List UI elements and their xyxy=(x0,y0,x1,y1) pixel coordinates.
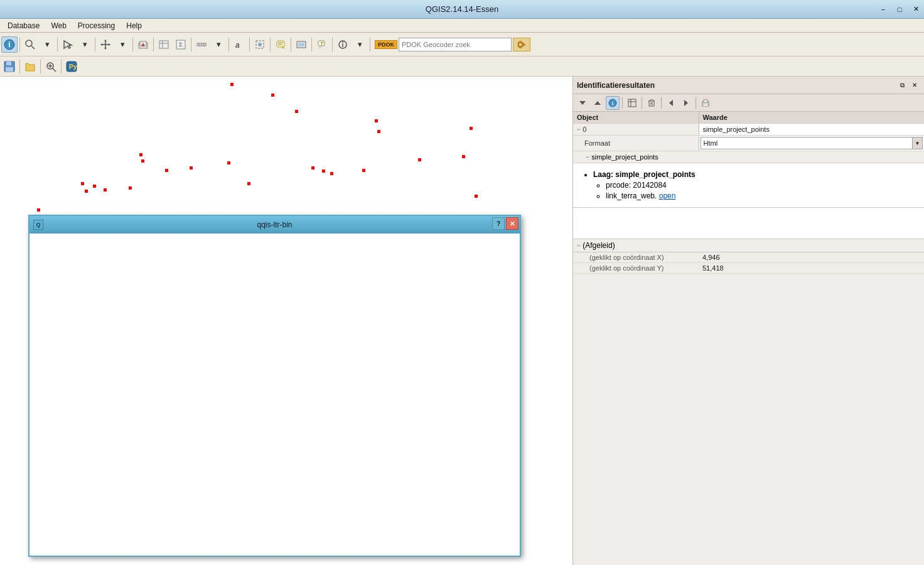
python-button[interactable]: Py xyxy=(63,58,80,75)
svg-rect-38 xyxy=(6,67,13,72)
prcode-value: 20142084 xyxy=(633,181,666,190)
svg-marker-46 xyxy=(594,101,601,105)
tips-button[interactable] xyxy=(272,36,289,53)
svg-point-22 xyxy=(258,43,262,46)
back-button[interactable] xyxy=(664,96,678,110)
forward-button[interactable] xyxy=(679,96,693,110)
html-link-item: link_terra_web. open xyxy=(606,191,916,200)
search-button[interactable] xyxy=(22,36,38,53)
collapse-tree-button[interactable] xyxy=(591,96,604,110)
float-dialog-help-button[interactable]: ? xyxy=(492,217,505,230)
panel-toolbar: i xyxy=(573,94,924,112)
attribute-table-button[interactable] xyxy=(156,36,172,53)
svg-marker-5 xyxy=(104,48,107,50)
float-dialog-app-icon: Q xyxy=(33,220,43,230)
map-point xyxy=(295,110,298,113)
derived-section: − (Afgeleid) (geklikt op coördinaat X) 4… xyxy=(573,239,924,274)
pdok-search-button[interactable] xyxy=(513,38,530,51)
zoom-full-button[interactable] xyxy=(43,58,59,75)
map-point xyxy=(375,119,378,122)
form-view-button[interactable] xyxy=(625,96,639,110)
panel-float-button[interactable]: ⧉ xyxy=(896,80,908,91)
layer-name-label: simple_project_points xyxy=(591,153,658,161)
app-title: QGIS2.14.14-Essen xyxy=(426,4,498,14)
pdok-search-input[interactable] xyxy=(399,38,512,51)
sep6 xyxy=(191,38,191,51)
maximize-button[interactable]: □ xyxy=(891,0,908,19)
panel-close-button[interactable]: ✕ xyxy=(909,80,920,91)
html-title: Laag: simple_project_points xyxy=(593,170,696,179)
float-dialog-content xyxy=(30,234,520,556)
expand-tree-button[interactable] xyxy=(576,96,589,110)
sep7 xyxy=(228,38,229,51)
show-tips-button[interactable] xyxy=(335,36,351,53)
right-panel: Identificatieresultaten ⧉ ✕ i xyxy=(572,77,924,565)
select-dropdown-button[interactable]: ▾ xyxy=(77,36,93,53)
float-dialog-close-button[interactable]: ✕ xyxy=(506,217,518,230)
root-collapse-icon[interactable]: − xyxy=(577,126,580,132)
formaat-label: Formaat xyxy=(584,139,610,147)
save-project-button[interactable] xyxy=(1,58,18,75)
secondary-toolbar: Py xyxy=(0,56,924,77)
formaat-dropdown-button[interactable]: ▼ xyxy=(912,137,922,149)
map-point xyxy=(227,161,230,164)
sep3 xyxy=(95,38,95,51)
field-calculator-button[interactable]: Σ xyxy=(173,36,189,53)
digitize-button[interactable] xyxy=(252,36,268,53)
prcode-label: prcode: xyxy=(606,181,633,190)
search-dropdown-button[interactable]: ▾ xyxy=(39,36,55,53)
float-dialog: Q qqis-ltr-bin ? ✕ xyxy=(28,215,521,557)
measure-dropdown-button[interactable]: ▾ xyxy=(210,36,227,53)
show-tips-dropdown[interactable]: ▾ xyxy=(352,36,368,53)
measure-button[interactable] xyxy=(193,36,210,53)
annotation-button[interactable]: T xyxy=(314,36,330,53)
map-point xyxy=(475,195,478,198)
label-button[interactable]: a xyxy=(231,36,247,53)
float-dialog-title-text: qqis-ltr-bin xyxy=(257,220,292,229)
map-point xyxy=(330,172,333,175)
panel-title-text: Identificatieresultaten xyxy=(577,81,655,90)
value-column-header: Waarde xyxy=(699,112,924,124)
open-project-button[interactable] xyxy=(22,58,38,75)
menu-help[interactable]: Help xyxy=(121,20,147,31)
svg-point-34 xyxy=(342,41,343,43)
identify-tool-button[interactable]: i xyxy=(1,36,18,53)
float-dialog-title-bar: Q qqis-ltr-bin ? ✕ xyxy=(30,216,520,234)
svg-text:i: i xyxy=(8,40,10,49)
map-point xyxy=(93,185,96,188)
panel-sep2 xyxy=(642,97,642,109)
menu-web[interactable]: Web xyxy=(46,20,71,31)
sep5 xyxy=(153,38,154,51)
svg-line-40 xyxy=(53,68,56,72)
capture-button[interactable] xyxy=(293,36,309,53)
select-button[interactable] xyxy=(60,36,76,53)
panel-sep3 xyxy=(661,97,662,109)
link-terra-link[interactable]: open xyxy=(659,191,676,200)
menu-processing[interactable]: Processing xyxy=(73,20,120,31)
pan-button[interactable] xyxy=(97,36,114,53)
svg-point-2 xyxy=(26,40,32,46)
sep1 xyxy=(19,38,20,51)
map-point xyxy=(81,182,84,185)
map-point xyxy=(165,169,168,172)
layer-collapse-icon[interactable]: − xyxy=(586,154,589,160)
map-point xyxy=(322,170,325,173)
sep-s3 xyxy=(61,60,62,73)
map-point xyxy=(470,127,473,130)
close-button[interactable]: ✕ xyxy=(908,0,924,19)
menu-database[interactable]: Database xyxy=(3,20,45,31)
identify-mode-button[interactable]: i xyxy=(606,96,620,110)
layer-tree-row: − simple_project_points xyxy=(573,151,924,163)
map-point xyxy=(129,186,132,190)
minimize-button[interactable]: − xyxy=(875,0,891,19)
pan-dropdown-button[interactable]: ▾ xyxy=(114,36,131,53)
map-point xyxy=(462,155,465,158)
svg-point-35 xyxy=(519,43,522,46)
print-button[interactable] xyxy=(699,96,712,110)
clear-results-button[interactable] xyxy=(645,96,658,110)
sep-s1 xyxy=(19,60,20,73)
derived-collapse-icon[interactable]: − xyxy=(577,242,580,249)
svg-text:+: + xyxy=(141,41,145,48)
formaat-row: Formaat Html ▼ xyxy=(573,136,924,151)
add-layer-button[interactable]: + xyxy=(135,36,151,53)
